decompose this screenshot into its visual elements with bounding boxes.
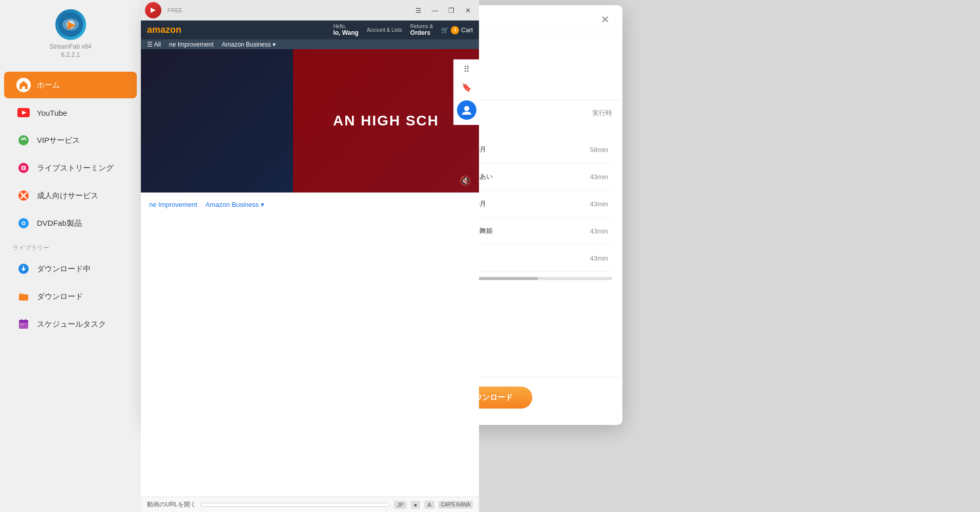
episode-1-duration: 58min — [581, 146, 608, 154]
amazon-header: amazon Hello, lo, Wang Account & Lists R… — [141, 20, 479, 39]
cart-label: Cart — [461, 27, 473, 34]
user-greeting-text: Hello, — [333, 24, 359, 29]
video-text-overlay: AN HIGH SCH — [293, 49, 479, 193]
sidebar-item-livestream[interactable]: ライブストリーミング — [4, 155, 137, 181]
svg-rect-21 — [25, 319, 26, 321]
sidebar-youtube-label: YouTube — [37, 109, 67, 117]
sidebar-downloading-label: ダウンロード中 — [37, 264, 91, 274]
sidebar-dvdfab-label: DVDFab製品 — [37, 219, 82, 228]
svg-point-9 — [23, 167, 25, 169]
browser-area: FREE ☰ — ❐ ✕ amazon Hello, lo, Wang Acco… — [141, 0, 479, 512]
sidebar: StreamFab x64 6.2.2.1 ホーム YouTube — [0, 0, 141, 512]
grid-icon[interactable]: ⠿ — [464, 65, 470, 74]
lang-dot-badge[interactable]: ● — [411, 501, 421, 509]
browser-video-area: AN HIGH SCH 🔇 — [141, 49, 479, 193]
schedule-icon — [16, 317, 31, 331]
dialog-close-button[interactable]: ✕ — [598, 12, 612, 27]
app-version: 6.2.2.1 — [61, 51, 80, 58]
cart-count: 4 — [451, 26, 459, 34]
sidebar-downloaded-label: ダウンロード — [37, 292, 83, 302]
browser-bottom-bar: 動画のURLを開く JP ● A CAPS KANA — [141, 497, 479, 512]
caps-badge: CAPS KANA — [439, 501, 473, 508]
cart-icon: 🛒 — [441, 27, 449, 34]
subnav-business[interactable]: Amazon Business ▾ — [222, 41, 276, 48]
svg-rect-20 — [21, 319, 22, 321]
home-icon — [16, 78, 31, 92]
amazon-links-row: ne Improvement Amazon Business ▾ — [149, 201, 471, 208]
sidebar-item-scheduled[interactable]: スケジュールタスク — [4, 311, 137, 337]
mute-icon[interactable]: 🔇 — [460, 175, 471, 186]
library-section-label: ライブラリー — [0, 238, 141, 254]
streamfab-icon — [145, 2, 161, 18]
returns-label: Returns & — [410, 24, 433, 29]
folder-icon — [16, 289, 31, 304]
video-section: AN HIGH SCH 🔇 ⠿ 🔖 — [141, 49, 479, 193]
user-name: lo, Wang — [333, 29, 359, 36]
url-label: 動画のURLを開く — [147, 500, 196, 509]
lang-a-badge[interactable]: A — [424, 501, 434, 509]
adult-icon — [16, 188, 31, 203]
orders-label: Orders — [410, 29, 433, 36]
amazon-content-area: ne Improvement Amazon Business ▾ — [141, 193, 479, 497]
execute-label: 実行時 — [592, 109, 612, 118]
sidebar-item-downloading[interactable]: ダウンロード中 — [4, 255, 137, 282]
amazon-logo: amazon — [147, 25, 181, 35]
account-label: Account & Lists — [367, 27, 402, 33]
download-icon — [16, 262, 31, 276]
episode-3-duration: 43min — [581, 200, 608, 208]
sidebar-item-vip[interactable]: VIPサービス — [4, 127, 137, 154]
user-avatar[interactable] — [457, 100, 476, 120]
sidebar-item-adult[interactable]: 成人向けサービス — [4, 182, 137, 209]
subnav-improvement[interactable]: ne Improvement — [169, 41, 214, 48]
video-background: AN HIGH SCH 🔇 — [141, 49, 479, 193]
hamburger-button[interactable]: ☰ — [411, 3, 426, 17]
amazon-business-link[interactable]: Amazon Business ▾ — [205, 201, 264, 208]
youtube-icon — [16, 105, 31, 120]
account-lists[interactable]: Account & Lists — [367, 27, 402, 33]
svg-point-15 — [23, 223, 25, 224]
sidebar-home-label: ホーム — [37, 80, 60, 90]
sidebar-item-downloaded[interactable]: ダウンロード — [4, 283, 137, 310]
sidebar-scheduled-label: スケジュールタスク — [37, 319, 106, 329]
sidebar-item-home[interactable]: ホーム — [4, 72, 137, 98]
app-name: StreamFab x64 — [49, 43, 91, 50]
sidebar-vip-label: VIPサービス — [37, 136, 80, 145]
app-logo — [55, 9, 86, 40]
browser-top-controls: FREE ☰ — ❐ ✕ — [141, 0, 479, 20]
amazon-sub-nav: ☰ All ne Improvement Amazon Business ▾ — [141, 39, 479, 49]
sidebar-item-youtube[interactable]: YouTube — [4, 99, 137, 126]
user-greeting: Hello, lo, Wang — [333, 24, 359, 36]
app-logo-area: StreamFab x64 6.2.2.1 — [0, 0, 141, 67]
svg-rect-22 — [21, 324, 22, 325]
close-button[interactable]: ✕ — [461, 3, 475, 17]
maximize-button[interactable]: ❐ — [444, 3, 458, 17]
sidebar-live-label: ライブストリーミング — [37, 163, 114, 173]
episode-5-duration: 43min — [581, 254, 608, 262]
main-area: Amazon Downloader ✕ — [141, 0, 980, 512]
episode-4-duration: 43min — [581, 227, 608, 235]
browser-user-icons: ⠿ 🔖 — [453, 59, 479, 125]
svg-rect-17 — [19, 294, 28, 301]
returns-orders[interactable]: Returns & Orders — [410, 24, 433, 36]
sidebar-navigation: ホーム YouTube VIPサービス — [0, 67, 141, 512]
live-icon — [16, 161, 31, 175]
svg-rect-19 — [19, 320, 28, 322]
subnav-menu[interactable]: ☰ All — [147, 41, 161, 48]
episode-2-duration: 43min — [581, 173, 608, 181]
url-input[interactable] — [200, 503, 390, 507]
vip-icon — [16, 133, 31, 147]
lang-jp-badge[interactable]: JP — [394, 501, 407, 509]
bookmark-icon[interactable]: 🔖 — [462, 82, 472, 92]
improvement-link[interactable]: ne Improvement — [149, 201, 197, 208]
amazon-nav: Hello, lo, Wang Account & Lists Returns … — [333, 24, 473, 36]
minimize-button[interactable]: — — [428, 3, 442, 17]
cart-button[interactable]: 🛒 4 Cart — [441, 26, 473, 34]
svg-rect-23 — [23, 324, 24, 325]
free-badge: FREE — [168, 7, 182, 13]
sidebar-item-dvdfab[interactable]: DVDFab製品 — [4, 210, 137, 237]
sidebar-adult-label: 成人向けサービス — [37, 191, 98, 201]
dvdfab-icon — [16, 216, 31, 230]
svg-point-30 — [464, 106, 469, 111]
